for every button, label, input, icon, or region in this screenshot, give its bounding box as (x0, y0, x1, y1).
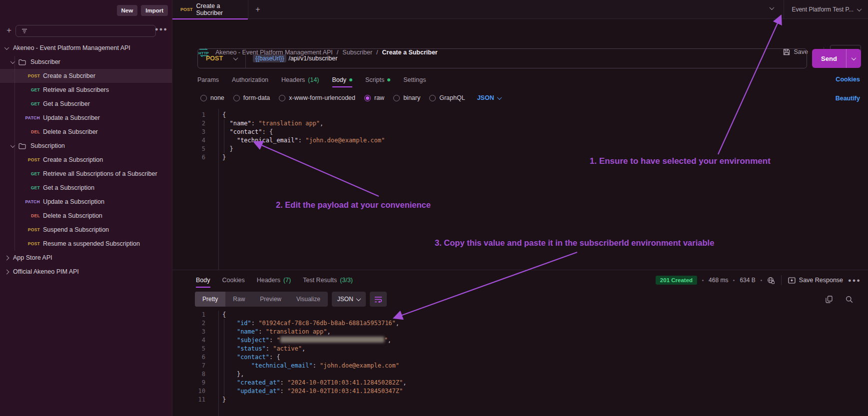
tab-body[interactable]: Body (332, 72, 353, 87)
item-label: App Store API (13, 254, 52, 261)
tab-scripts[interactable]: Scripts (365, 72, 390, 87)
import-button[interactable]: Import (141, 5, 168, 16)
radio-label: GraphQL (439, 94, 465, 101)
tab-label: Settings (403, 76, 426, 83)
new-tab-button[interactable]: + (252, 4, 263, 15)
separator-dot (702, 280, 704, 281)
url-path[interactable]: /api/v1/subscriber (288, 55, 337, 62)
response-body-viewer[interactable]: 1{2 "id": "01924caf-78c8-76db-b8ab-6881a… (172, 311, 868, 416)
radio-label: x-www-form-urlencoded (289, 94, 355, 101)
code-content: "contact": { (212, 128, 273, 136)
open-request-tab[interactable]: POST Create a Subcriber (172, 0, 248, 19)
send-button[interactable]: Send (812, 49, 861, 68)
view-visualize[interactable]: Visualize (289, 292, 328, 307)
response-tab-headers[interactable]: Headers(7) (257, 273, 291, 288)
response-more-button[interactable]: ●●● (848, 277, 861, 283)
save-response-button[interactable]: Save Response (788, 277, 843, 284)
request-create-a-subcriber[interactable]: POSTCreate a Subcriber (0, 69, 172, 83)
sidebar-more-button[interactable]: ●●● (155, 26, 168, 32)
view-raw[interactable]: Raw (225, 292, 252, 307)
save-response-icon (788, 277, 796, 284)
item-label: Subscription (30, 142, 65, 149)
method-label: POST (9, 73, 40, 78)
request-retrieve-all-subscriptions-of-a-subscriber[interactable]: GETRetrieve all Subscriptions of a Subsc… (0, 167, 172, 181)
response-time: 468 ms (709, 277, 728, 284)
sidebar-item-subscriber[interactable]: Subscriber (0, 55, 172, 69)
body-type-graphql[interactable]: GraphQL (429, 94, 465, 101)
collection-search-input[interactable] (15, 25, 156, 37)
response-view-toolbar: PrettyRawPreviewVisualize JSON (195, 292, 387, 307)
code-line: 4 "subject": "", (172, 336, 868, 345)
response-tab-cookies[interactable]: Cookies (222, 273, 245, 288)
url-input[interactable]: POST {{baseUrl}} /api/v1/subscriber (197, 48, 807, 68)
sidebar-item-subscription[interactable]: Subscription (0, 139, 172, 153)
view-pretty[interactable]: Pretty (195, 292, 225, 307)
request-get-a-subscription[interactable]: GETGet a Subscription (0, 181, 172, 195)
radio-label: none (210, 94, 224, 101)
request-delete-a-subscriber[interactable]: DELDelete a Subscriber (0, 125, 172, 139)
response-tab-test-results[interactable]: Test Results(3/3) (303, 273, 353, 288)
copy-response-icon[interactable] (826, 296, 833, 303)
folder-icon (18, 59, 26, 65)
folder-icon (18, 143, 26, 149)
request-resume-a-suspended-subscription[interactable]: POSTResume a suspended Subscription (0, 237, 172, 251)
request-get-a-subscriber[interactable]: GETGet a Subscriber (0, 97, 172, 111)
sidebar-item-akeneo-event-platform-management-api[interactable]: Akeneo - Event Platform Management API (0, 41, 172, 55)
tab-list-chevron-icon[interactable] (770, 6, 774, 10)
body-type-x-www-form-urlencoded[interactable]: x-www-form-urlencoded (279, 94, 355, 101)
code-line: 3 "name": "translation app", (172, 328, 868, 336)
code-line: 2 "id": "01924caf-78c8-76db-b8ab-6881a59… (172, 319, 868, 328)
environment-selector[interactable]: Event Platform Test P... (784, 0, 868, 19)
request-language-dropdown[interactable]: JSON (477, 94, 501, 101)
request-retrieve-all-subscribers[interactable]: GETRetrieve all Subscribers (0, 83, 172, 97)
sidebar-item-app-store-api[interactable]: App Store API (0, 251, 172, 265)
tab-params[interactable]: Params (197, 72, 219, 87)
radio-icon (279, 95, 285, 101)
radio-icon (429, 95, 436, 101)
body-type-none[interactable]: none (200, 94, 224, 101)
request-suspend-a-subscription[interactable]: POSTSuspend a Subscription (0, 223, 172, 237)
line-number: 9 (172, 379, 212, 387)
body-type-binary[interactable]: binary (393, 94, 420, 101)
response-tab-body[interactable]: Body (196, 273, 210, 288)
line-number: 1 (172, 111, 212, 119)
wrap-lines-button[interactable] (370, 292, 387, 307)
tab-settings[interactable]: Settings (403, 72, 426, 87)
body-type-raw[interactable]: raw (364, 94, 384, 101)
request-update-a-subscriber[interactable]: PATCHUpdate a Subscriber (0, 111, 172, 125)
code-content: "technical_email": "john.doe@example.com… (212, 136, 385, 145)
body-type-form-data[interactable]: form-data (233, 94, 270, 101)
method-label: PATCH (9, 115, 40, 120)
response-language-dropdown[interactable]: JSON (332, 292, 366, 307)
line-number: 2 (172, 319, 212, 328)
cookies-link[interactable]: Cookies (836, 76, 860, 83)
code-line: 5 } (172, 145, 868, 153)
tab-authorization[interactable]: Authorization (232, 72, 268, 87)
code-content: "contact": { (212, 353, 280, 362)
request-label: Resume a suspended Subscription (43, 240, 140, 247)
request-label: Update a Subscription (43, 198, 104, 205)
sidebar-top-actions: New Import (117, 5, 168, 16)
green-dot-icon (387, 78, 390, 81)
method-selector[interactable]: POST (206, 55, 223, 62)
baseurl-variable-chip[interactable]: {{baseUrl}} (253, 54, 286, 62)
request-update-a-subscription[interactable]: PATCHUpdate a Subscription (0, 195, 172, 209)
code-line: 9 "created_at": "2024-10-02T10:03:41.128… (172, 379, 868, 387)
network-globe-icon[interactable] (767, 277, 775, 284)
new-button[interactable]: New (117, 5, 138, 16)
add-collection-button[interactable]: + (4, 25, 14, 35)
method-label: DEL (9, 129, 40, 134)
search-response-icon[interactable] (846, 296, 853, 303)
code-content: "status": "active", (212, 345, 305, 353)
request-delete-a-subscription[interactable]: DELDelete a Subscription (0, 209, 172, 223)
request-create-a-subscription[interactable]: POSTCreate a Subscription (0, 153, 172, 167)
sidebar-item-official-akeneo-pim-api[interactable]: Official Akeneo PIM API (0, 265, 172, 279)
tab-headers[interactable]: Headers(14) (281, 72, 319, 87)
send-options-chevron-icon[interactable] (846, 49, 861, 68)
beautify-link[interactable]: Beautify (836, 95, 860, 102)
tab-label: Body (332, 76, 347, 83)
view-preview[interactable]: Preview (252, 292, 289, 307)
tab-label: Body (196, 277, 210, 284)
tab-label: Headers (281, 76, 305, 83)
chevron-down-icon (497, 95, 502, 100)
